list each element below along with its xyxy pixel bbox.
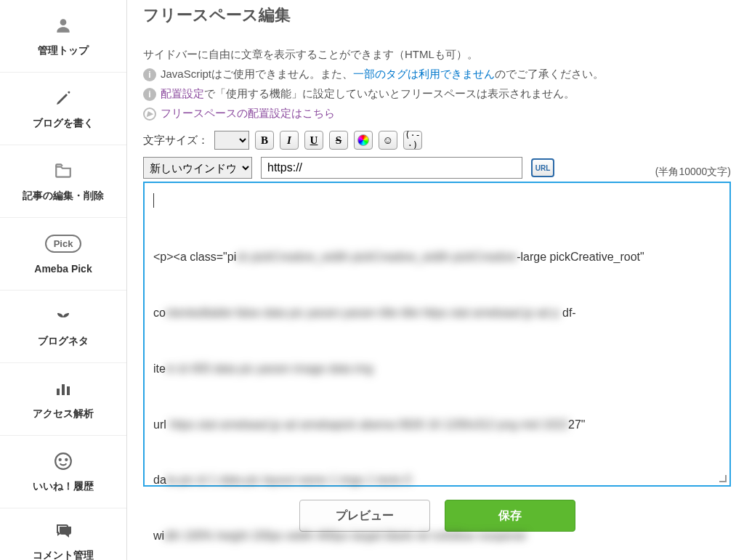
smile-icon	[52, 451, 75, 471]
main-content: フリースペース編集 サイドバーに自由に文章を表示することができます（HTMLも可…	[127, 0, 744, 560]
link-target-select[interactable]: 新しいウインドウ	[143, 157, 252, 179]
italic-button[interactable]: I	[280, 131, 299, 150]
svg-rect-1	[57, 389, 60, 395]
pick-badge-icon: Pick	[45, 234, 81, 254]
resize-handle[interactable]	[718, 474, 728, 484]
editor-textarea[interactable]: <p><a class="pick pickCreative_width pic…	[143, 182, 731, 487]
svg-point-8	[65, 530, 66, 532]
special-chars-button[interactable]: (·-·)	[403, 131, 422, 150]
chat-icon	[52, 520, 75, 540]
link-unsupported-tags[interactable]: 一部のタグは利用できません	[353, 68, 495, 80]
char-limit-label: (半角10000文字)	[655, 166, 731, 179]
svg-point-5	[60, 458, 61, 460]
sidebar-item-label: 記事の編集・削除	[23, 190, 104, 203]
sidebar-item-label: ブログを書く	[33, 117, 94, 130]
svg-point-9	[67, 530, 68, 532]
page-title: フリースペース編集	[143, 4, 731, 26]
sidebar-item-label: ブログネタ	[38, 335, 89, 348]
svg-point-0	[60, 19, 67, 25]
text-cursor	[153, 193, 154, 208]
link-layout-settings[interactable]: 配置設定	[161, 87, 204, 100]
url-toolbar: 新しいウインドウ URL (半角10000文字)	[143, 157, 731, 179]
sidebar-item-analytics[interactable]: アクセス解析	[0, 363, 126, 436]
arrow-icon: ▶	[143, 107, 156, 121]
sidebar-item-like-history[interactable]: いいね！履歴	[0, 436, 126, 508]
svg-point-6	[65, 458, 67, 460]
sidebar-item-write-blog[interactable]: ブログを書く	[0, 73, 126, 145]
strikethrough-button[interactable]: S	[329, 131, 348, 150]
font-size-label: 文字サイズ：	[143, 134, 209, 147]
editor-content: <p><a class="pick pickCreative_width pic…	[153, 211, 721, 560]
person-icon	[52, 15, 75, 36]
info-icon: i	[143, 68, 156, 81]
sprout-icon	[52, 306, 75, 326]
info-icon: i	[143, 88, 156, 101]
svg-point-7	[62, 530, 64, 532]
svg-rect-2	[62, 384, 65, 395]
color-wheel-icon	[357, 134, 369, 146]
link-freespace-layout[interactable]: フリースペースの配置設定はこちら	[161, 107, 335, 121]
sidebar: 管理トップ ブログを書く 記事の編集・削除 Pick Ameba Pick ブロ…	[0, 0, 127, 560]
sidebar-item-label: アクセス解析	[33, 407, 94, 421]
bar-chart-icon	[52, 378, 75, 399]
sidebar-item-label: 管理トップ	[38, 44, 89, 57]
emoji-button[interactable]: ☺	[379, 131, 397, 150]
underline-button[interactable]: U	[304, 131, 323, 150]
bold-button[interactable]: B	[255, 131, 274, 150]
sidebar-item-admin-top[interactable]: 管理トップ	[0, 0, 126, 73]
sidebar-item-label: いいね！履歴	[33, 480, 94, 493]
sidebar-item-edit-delete[interactable]: 記事の編集・削除	[0, 145, 126, 218]
sidebar-item-comments[interactable]: コメント管理	[0, 508, 126, 560]
description-3: i 配置設定で「使用する機能」に設定していないとフリースペースは表示されません。	[143, 87, 731, 101]
pencil-icon	[52, 88, 75, 108]
sidebar-item-label: コメント管理	[33, 549, 94, 561]
svg-rect-3	[67, 386, 70, 395]
sidebar-item-blog-topic[interactable]: ブログネタ	[0, 291, 126, 363]
text-color-button[interactable]	[354, 131, 373, 150]
description-2: i JavaScriptはご使用できません。また、一部のタグは利用できませんので…	[143, 68, 731, 81]
description-4: ▶ フリースペースの配置設定はこちら	[143, 107, 731, 121]
formatting-toolbar: 文字サイズ： B I U S ☺ (·-·)	[143, 131, 731, 150]
sidebar-item-ameba-pick[interactable]: Pick Ameba Pick	[0, 218, 126, 291]
folder-icon	[52, 161, 75, 181]
svg-point-4	[55, 453, 71, 469]
url-input[interactable]	[261, 157, 522, 179]
font-size-select[interactable]	[214, 131, 249, 150]
sidebar-item-label: Ameba Pick	[34, 263, 92, 275]
description-1: サイドバーに自由に文章を表示することができます（HTMLも可）。	[143, 48, 731, 62]
insert-url-button[interactable]: URL	[531, 158, 554, 177]
